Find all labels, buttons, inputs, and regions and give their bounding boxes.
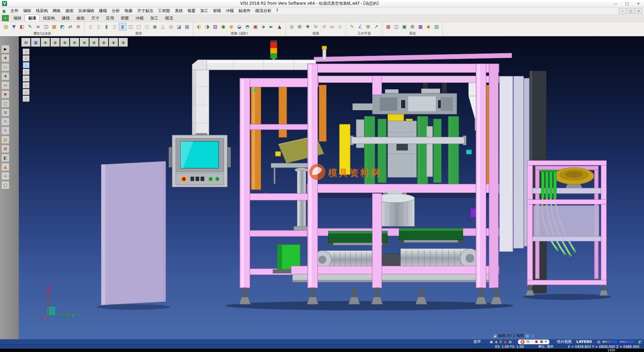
light-icon[interactable]: ◉ xyxy=(227,23,235,31)
view-top-button[interactable]: ◈ xyxy=(51,38,60,47)
animation-icon[interactable]: ► xyxy=(268,23,275,31)
window-layout-icon[interactable]: ◫ xyxy=(392,23,400,31)
transparency-icon[interactable]: ◓ xyxy=(244,23,251,31)
menu-item[interactable]: 视窗 xyxy=(185,8,198,14)
mini-button-8[interactable]: ▯ xyxy=(23,96,30,102)
menu-item[interactable]: 冲模 xyxy=(223,8,236,14)
select-tool-icon[interactable]: ▶ xyxy=(1,45,9,53)
workplane-angle-icon[interactable]: ∠ xyxy=(356,23,364,31)
snapshot-icon[interactable]: ▣ xyxy=(400,23,408,31)
menu-item[interactable]: 建模 xyxy=(97,8,109,14)
filter-icon[interactable]: ▼ xyxy=(10,23,18,31)
pen-edit-icon[interactable]: ✎ xyxy=(26,23,34,31)
reflection-icon[interactable]: ◒ xyxy=(235,23,243,31)
view-axono-button[interactable]: ◈ xyxy=(119,38,128,47)
tab-dropdown-button[interactable]: ▾ xyxy=(2,15,9,21)
view-menu-button[interactable]: ≡ xyxy=(21,38,31,47)
grid-icon[interactable]: ▦ xyxy=(525,334,529,338)
tab-edit[interactable]: 编辑 xyxy=(10,14,25,21)
settings-grid-icon[interactable]: ▦ xyxy=(384,23,392,31)
workplane-icon[interactable]: ✎ xyxy=(348,23,356,31)
wireframe-icon[interactable]: ▯ xyxy=(87,23,94,31)
zoom-all-icon[interactable]: ◎ xyxy=(288,23,296,31)
tab-dimension[interactable]: 尺寸 xyxy=(88,14,103,21)
view-iso2-button[interactable]: ◈ xyxy=(109,38,118,47)
background-icon[interactable]: ▣ xyxy=(252,23,259,31)
database-icon[interactable]: ◆ xyxy=(425,23,432,31)
tray-alert-icon[interactable]: ◆ xyxy=(495,340,497,344)
shadow-icon[interactable]: ◑ xyxy=(203,23,211,31)
curve-tool-icon[interactable]: ≈ xyxy=(1,172,9,180)
menu-item[interactable]: 分析 xyxy=(109,8,122,14)
properties-icon[interactable]: ▤ xyxy=(2,23,10,31)
tray-window-icon[interactable]: ▣ xyxy=(490,340,493,344)
tab-molding[interactable]: 塑膜 xyxy=(117,14,132,21)
menu-item[interactable]: 网格 xyxy=(50,8,63,14)
layers-tool-icon[interactable]: ▤ xyxy=(1,136,9,144)
menu-item[interactable]: 实体编辑 xyxy=(76,8,97,14)
delete-tool-icon[interactable]: ✖ xyxy=(1,90,9,98)
mini-button-3[interactable]: ▯ xyxy=(23,62,30,68)
workplane-grid-icon[interactable]: ⊞ xyxy=(364,23,372,31)
mdi-minimize-button[interactable]: — xyxy=(619,8,626,14)
close-button[interactable]: × xyxy=(633,0,644,7)
grid-tool-icon[interactable]: ⊞ xyxy=(1,108,9,117)
snap-tool-icon[interactable]: ✚ xyxy=(1,54,9,62)
ime-mic-icon[interactable]: ● xyxy=(535,340,538,344)
material-icon[interactable]: ◉ xyxy=(219,23,227,31)
workplane-move-icon[interactable]: ↗ xyxy=(372,23,380,31)
view-right-button[interactable]: ◈ xyxy=(90,38,99,47)
tray-count-icon[interactable]: 2 xyxy=(499,340,501,344)
ghost-view-icon[interactable]: ◫ xyxy=(127,23,135,31)
mini-button-2[interactable]: ▯ xyxy=(23,55,30,61)
tray-net-icon[interactable]: ▦ xyxy=(508,340,512,344)
ime-keyboard-icon[interactable]: ▦ xyxy=(540,340,543,344)
mdi-restore-button[interactable]: □ xyxy=(627,8,634,14)
menu-item[interactable]: 电极 xyxy=(122,8,135,14)
calculator-icon[interactable]: ⊞ xyxy=(409,23,416,31)
list-filter-icon[interactable]: ≡ xyxy=(34,23,42,31)
active-layer-label[interactable]: LAYER0 xyxy=(576,340,592,344)
erase-tool-icon[interactable]: ⊠ xyxy=(1,145,9,153)
box-view-icon[interactable]: □ xyxy=(135,23,143,31)
tab-moldflow[interactable]: 模流 xyxy=(162,14,176,21)
torus-view-icon[interactable]: ◎ xyxy=(167,23,175,31)
macro-icon[interactable]: ▩ xyxy=(417,23,424,31)
snap-lock-toggle[interactable]: 拴牢 xyxy=(474,339,481,344)
mini-button-6[interactable]: ▯ xyxy=(23,82,30,88)
compare-icon[interactable]: ▲ xyxy=(276,23,283,31)
menu-item[interactable]: 文件 xyxy=(8,8,21,14)
mini-button-5[interactable]: ▯ xyxy=(23,76,30,82)
tab-modeling[interactable]: 建模 xyxy=(58,14,73,21)
view-left-button[interactable]: ◈ xyxy=(80,38,89,47)
color-edit-icon[interactable]: ◧ xyxy=(18,23,26,31)
menu-item[interactable]: ? xyxy=(274,8,280,14)
section-view-icon[interactable]: ◪ xyxy=(175,23,183,31)
mask-filter-icon[interactable]: ◩ xyxy=(58,23,66,31)
section-tool-icon[interactable]: ◧ xyxy=(1,154,9,162)
view-back-button[interactable]: ◈ xyxy=(70,38,79,47)
swatch-bar[interactable] xyxy=(619,340,635,344)
cylinder-icon[interactable]: ▯ xyxy=(95,23,102,31)
menu-item[interactable]: 塑模 xyxy=(211,8,223,14)
clear-filter-icon[interactable]: ⊘ xyxy=(74,23,82,31)
view-front-button[interactable]: ◈ xyxy=(60,38,69,47)
mini-button-7[interactable]: ▯ xyxy=(23,89,30,95)
marker-tool-icon[interactable]: ▲ xyxy=(1,163,9,171)
command-prompt-bar[interactable]: 1400 xyxy=(0,349,644,352)
swap-filter-icon[interactable]: ⇄ xyxy=(66,23,74,31)
tray-record-icon[interactable]: ● xyxy=(504,340,507,344)
minimize-button[interactable]: — xyxy=(610,0,621,7)
tab-stamping[interactable]: 冲模 xyxy=(132,14,147,21)
menu-item[interactable]: 尺寸标注 xyxy=(135,8,156,14)
box-select-icon[interactable]: ▭ xyxy=(1,63,9,71)
menu-item[interactable]: 线架构 xyxy=(34,8,50,14)
rotate-tool-icon[interactable]: ↻ xyxy=(1,118,9,126)
tab-surface[interactable]: 曲面 xyxy=(73,14,88,21)
system-tray-icon[interactable]: ◩ xyxy=(638,340,642,344)
render-icon[interactable]: ◐ xyxy=(195,23,203,31)
cube-icon[interactable]: ◫ xyxy=(531,334,535,338)
tab-wireframe[interactable]: 线架构 xyxy=(40,14,58,21)
ime-punct[interactable]: · xyxy=(532,340,533,344)
mini-button-4[interactable]: ▯ xyxy=(23,69,30,75)
